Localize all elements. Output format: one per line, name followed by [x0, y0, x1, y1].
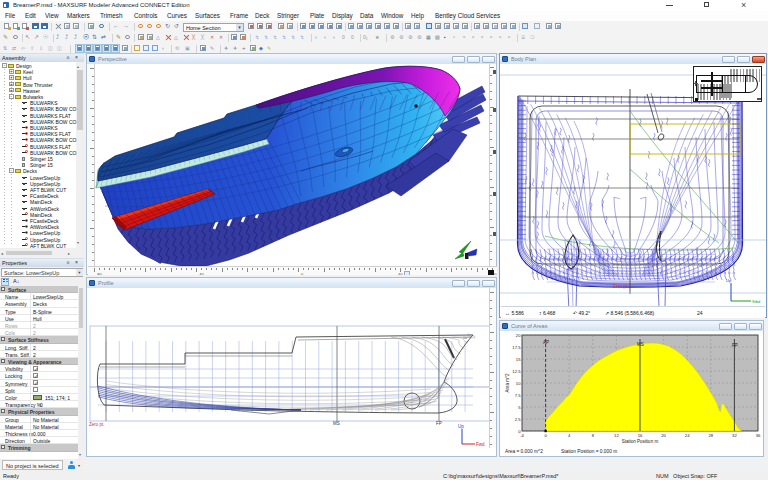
- svg-text:12: 12: [614, 433, 619, 438]
- svg-text:15: 15: [516, 357, 521, 362]
- svg-text:7.5: 7.5: [515, 393, 521, 398]
- svg-text:Station Position m: Station Position m: [622, 439, 659, 444]
- svg-text:Area m^2: Area m^2: [505, 373, 510, 393]
- svg-text:20: 20: [516, 333, 521, 338]
- svg-text:12.5: 12.5: [512, 369, 521, 374]
- svg-text:Area = 0.000 m^2: Area = 0.000 m^2: [505, 449, 543, 454]
- svg-text:0: 0: [544, 433, 547, 438]
- svg-text:MS: MS: [637, 342, 644, 347]
- svg-text:20: 20: [661, 433, 666, 438]
- svg-text:32: 32: [732, 433, 737, 438]
- svg-text:2.5: 2.5: [515, 417, 521, 422]
- svg-text:17.5: 17.5: [512, 345, 521, 350]
- svg-text:4: 4: [568, 433, 571, 438]
- svg-text:Stbd: Stbd: [752, 299, 760, 304]
- svg-text:FP: FP: [436, 421, 442, 426]
- svg-text:Zero pt.: Zero pt.: [613, 284, 629, 289]
- svg-text:24: 24: [685, 433, 690, 438]
- svg-text:16: 16: [638, 433, 643, 438]
- svg-text:Up: Up: [458, 424, 464, 429]
- svg-text:8: 8: [592, 433, 595, 438]
- svg-text:36: 36: [756, 433, 761, 438]
- svg-text:5: 5: [518, 405, 521, 410]
- svg-text:AP: AP: [543, 340, 549, 345]
- svg-text:FP: FP: [732, 343, 738, 348]
- svg-text:28: 28: [708, 433, 713, 438]
- svg-text:Station Position = 0.000 m: Station Position = 0.000 m: [561, 449, 617, 454]
- svg-text:Up: Up: [726, 278, 732, 283]
- svg-text:Fwd: Fwd: [476, 442, 485, 447]
- svg-text:Zero pt.: Zero pt.: [89, 422, 105, 427]
- svg-text:10: 10: [516, 381, 521, 386]
- svg-text:-4: -4: [520, 433, 524, 438]
- svg-text:MS: MS: [333, 421, 340, 426]
